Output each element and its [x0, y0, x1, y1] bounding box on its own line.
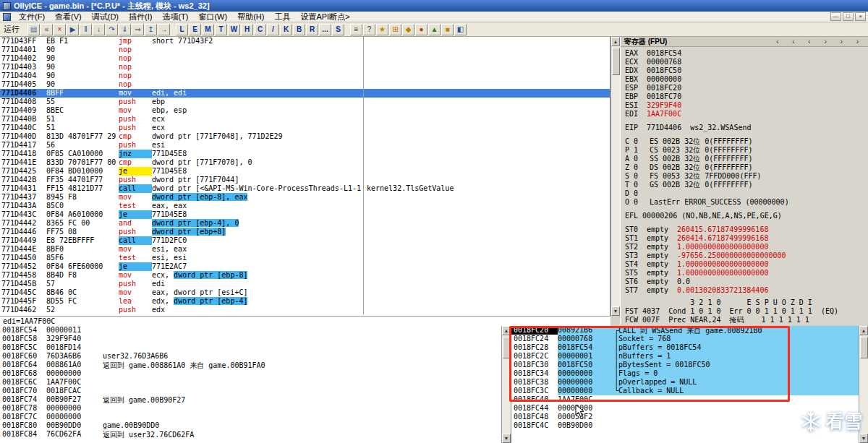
- window-letter-button[interactable]: ...: [319, 24, 331, 35]
- disasm-row[interactable]: 771D4446 FF75 08 push dword ptr [ebp+8]: [0, 228, 610, 236]
- minimize-button[interactable]: —: [830, 12, 841, 21]
- efl-row[interactable]: EFL 00000206 (NO,NB,NE,A,NS,PE,GE,G): [625, 212, 868, 220]
- disasm-row[interactable]: 771D4418 0F85 CA010000 jnz 771D45E8: [0, 150, 610, 158]
- eip-row[interactable]: EIP771D4406ws2_32.WSASend: [625, 124, 868, 132]
- stack-row[interactable]: 0018FC30 0018FC50 │pBytesSent = 0018FC50: [511, 361, 859, 369]
- scroll-up-arrow[interactable]: ▲: [502, 326, 511, 335]
- scrollbar-thumb[interactable]: [612, 48, 620, 75]
- dump-row[interactable]: 0018FC5C 0018FD14: [0, 343, 501, 352]
- dump-pane[interactable]: 0018FC54 00000011 0018FC58 329F9F40 0018…: [0, 326, 501, 443]
- dump-row[interactable]: 0018FC70 0018FCAC: [0, 387, 501, 395]
- disasm-row[interactable]: 771D443A 85C0 test eax, eax: [0, 202, 610, 210]
- scrollbar-thumb[interactable]: [860, 337, 868, 358]
- registers-pane[interactable]: 寄存器 (FPU) ‹ ‹ ‹ › › › EAX0018FC54 ECX000…: [620, 37, 868, 325]
- menu-item[interactable]: 文件(F): [14, 12, 50, 22]
- plugin-button-6[interactable]: ■: [441, 24, 454, 35]
- restart-button[interactable]: «: [41, 24, 53, 35]
- disasm-row[interactable]: 771D4403 90 nop: [0, 63, 610, 72]
- register-row[interactable]: EBX00000000: [625, 75, 868, 84]
- plugin-button-4[interactable]: ●: [415, 24, 427, 35]
- disasm-row[interactable]: 771D445F 8D55 FC lea edx, dword ptr [ebp…: [0, 297, 610, 306]
- fst-row[interactable]: FST 4037 Cond 1 0 1 0 Err 0 0 1 1 0 1 1 …: [625, 307, 868, 316]
- menu-item[interactable]: 调试(D): [87, 12, 124, 22]
- log-options-button[interactable]: ≡: [350, 24, 362, 35]
- menu-item[interactable]: 工具: [269, 12, 295, 22]
- scroll-up-arrow[interactable]: ▲: [859, 326, 868, 335]
- disasm-row[interactable]: 771D4442 8365 FC 00 and dword ptr [ebp-4…: [0, 219, 610, 228]
- window-letter-button[interactable]: T: [215, 24, 227, 35]
- stack-row[interactable]: 0018FC24 00000768 │Socket = 768: [511, 335, 859, 343]
- flag-row[interactable]: P 1CS 0023 32位 0(FFFFFFFF): [625, 146, 868, 155]
- trace-into-button[interactable]: ⇓: [119, 24, 131, 35]
- fpu-register-row[interactable]: ST7empty0.0013020833721384406: [625, 286, 868, 295]
- stack-row[interactable]: 0018FC20 008921B6 ┌CALL 到 WSASend 来自 gam…: [511, 326, 859, 335]
- step-into-button[interactable]: ↓: [93, 24, 105, 35]
- disasm-row[interactable]: 771D4458 8B4D F8 mov ecx, dword ptr [ebp…: [0, 271, 610, 280]
- register-row[interactable]: ESP0018FC20: [625, 84, 868, 93]
- disasm-row[interactable]: 771D443C 0F84 A6010000 je 771D45E8: [0, 210, 610, 219]
- plugin-button-7[interactable]: ◧: [454, 24, 467, 35]
- open-file-button[interactable]: ▤: [27, 24, 40, 35]
- plugin-button-5[interactable]: ▲: [428, 24, 441, 35]
- register-pane-arrows[interactable]: ‹ ‹ ‹ › › ›: [776, 38, 864, 46]
- window-letter-button[interactable]: H: [241, 24, 253, 35]
- stack-row[interactable]: 0018FC40 1AA7F00C: [511, 395, 859, 404]
- flag-row[interactable]: T 0GS 002B 32位 0(FFFFFFFF): [625, 181, 868, 189]
- window-letter-button[interactable]: C: [254, 24, 266, 35]
- dump-row[interactable]: 0018FC84 76CD62FA 返回到 user32.76CD62FA: [0, 430, 501, 439]
- window-letter-button[interactable]: R: [306, 24, 318, 35]
- disasm-row[interactable]: 771D440B 51 push ecx: [0, 115, 610, 124]
- menu-item[interactable]: 帮助(H): [232, 12, 269, 22]
- disasm-row[interactable]: 771D43FF EB F1 jmp short 771D43F2: [0, 37, 610, 46]
- dump-row[interactable]: 0018FC54 00000011: [0, 326, 501, 335]
- disasm-row[interactable]: 771D441E 833D 70701F77 00 cmp dword ptr …: [0, 158, 610, 167]
- fpu-register-row[interactable]: ST4empty1.0000000000000000000: [625, 260, 868, 269]
- disasm-row[interactable]: 771D4402 90 nop: [0, 54, 610, 63]
- pause-button[interactable]: ‖: [80, 24, 92, 35]
- disasm-row[interactable]: 771D4408 55 push ebp: [0, 98, 610, 106]
- dump-row[interactable]: 0018FC7C 00000000: [0, 413, 501, 421]
- disasm-row[interactable]: 771D442B FF35 44701F77 push dword ptr [7…: [0, 176, 610, 184]
- dump-scrollbar[interactable]: ▲ ▼: [501, 326, 511, 443]
- window-letter-button[interactable]: B: [293, 24, 305, 35]
- register-row[interactable]: ECX00000768: [625, 58, 868, 66]
- dump-row[interactable]: 0018FC64 008861A0 返回到 game.008861A0 来自 g…: [0, 361, 501, 369]
- disasm-row[interactable]: 771D4404 90 nop: [0, 72, 610, 80]
- dump-row[interactable]: 0018FC60 76D3A6B6 user32.76D3A6B6: [0, 352, 501, 361]
- disasm-row[interactable]: 771D440C 51 push ecx: [0, 124, 610, 132]
- dump-row[interactable]: 0018FC74 00B90F27 返回到 game.00B90F27: [0, 395, 501, 404]
- window-letter-button[interactable]: /: [267, 24, 279, 35]
- disasm-row[interactable]: 771D4462 52 push edx: [0, 306, 610, 314]
- disasm-scrollbar[interactable]: ▲ ▼: [610, 37, 620, 316]
- disasm-row[interactable]: 771D440D 813D 48701F77 29 cmp dword ptr …: [0, 132, 610, 141]
- dump-row[interactable]: 0018FC6C 1AA7F00C: [0, 378, 501, 387]
- disasm-row[interactable]: 771D4405 90 nop: [0, 80, 610, 89]
- trace-over-button[interactable]: ⇒: [132, 24, 144, 35]
- fcw-row[interactable]: FCW 007F Prec NEAR,24 掩码 1 1 1 1 1 1: [625, 316, 868, 324]
- stack-row[interactable]: 0018FC28 0018FC54 │pBuffers = 0018FC54: [511, 343, 859, 352]
- disassembly-pane[interactable]: 771D43FF EB F1 jmp short 771D43F2 771D44…: [0, 37, 610, 316]
- disasm-row[interactable]: 771D4449 E8 72EBFFFF call 771D2FC0: [0, 236, 610, 245]
- window-letter-button[interactable]: E: [189, 24, 201, 35]
- disasm-row[interactable]: 771D4417 56 push esi: [0, 141, 610, 150]
- plugin-button-3[interactable]: ◆: [402, 24, 414, 35]
- scroll-down-arrow[interactable]: ▼: [502, 434, 511, 443]
- restore-button[interactable]: □: [843, 12, 854, 21]
- run-button[interactable]: ▶: [67, 24, 79, 35]
- flag-row[interactable]: A 0SS 002B 32位 0(FFFFFFFF): [625, 155, 868, 163]
- flag-row[interactable]: D 0: [625, 189, 868, 198]
- scroll-up-arrow[interactable]: ▲: [611, 37, 620, 46]
- register-row[interactable]: EBP0018FC70: [625, 93, 868, 101]
- help-button[interactable]: ?: [363, 24, 375, 35]
- flag-row[interactable]: S 0FS 0053 32位 7FFDD000(FFF): [625, 172, 868, 181]
- flag-row[interactable]: C 0ES 002B 32位 0(FFFFFFFF): [625, 137, 868, 146]
- dump-row[interactable]: 0018FC80 00B90DD0 game.00B90DD0: [0, 421, 501, 430]
- dump-row[interactable]: 0018FC78 00000000: [0, 404, 501, 413]
- dump-row[interactable]: 0018FC68 00000000: [0, 369, 501, 378]
- window-letter-button[interactable]: W: [228, 24, 240, 35]
- disasm-row[interactable]: 771D4437 8945 F8 mov dword ptr [ebp-8], …: [0, 193, 610, 202]
- plugin-button-1[interactable]: ★: [376, 24, 388, 35]
- scroll-down-arrow[interactable]: ▼: [859, 434, 868, 443]
- disasm-row[interactable]: 771D4401 90 nop: [0, 46, 610, 54]
- disasm-row[interactable]: 771D4452 0F84 6FE60000 je 771E2AC7: [0, 262, 610, 271]
